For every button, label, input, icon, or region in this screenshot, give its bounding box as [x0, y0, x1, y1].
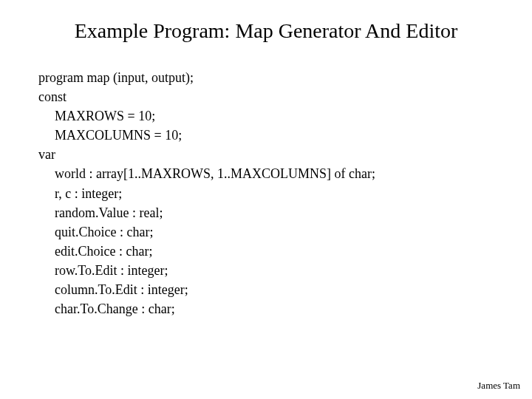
- code-line: MAXROWS = 10;: [38, 106, 497, 126]
- code-line: var: [38, 145, 497, 164]
- code-line: edit.Choice : char;: [38, 242, 497, 261]
- code-line: r, c : integer;: [38, 184, 497, 203]
- code-line: program map (input, output);: [38, 68, 497, 87]
- code-line: world : array[1..MAXROWS, 1..MAXCOLUMNS]…: [38, 164, 497, 183]
- page-title: Example Program: Map Generator And Edito…: [0, 19, 532, 43]
- code-line: row.To.Edit : integer;: [38, 261, 497, 280]
- code-line: column.To.Edit : integer;: [38, 280, 497, 299]
- code-line: random.Value : real;: [38, 203, 497, 222]
- code-line: quit.Choice : char;: [38, 222, 497, 242]
- footer-author: James Tam: [477, 380, 520, 392]
- code-line: const: [38, 87, 497, 106]
- code-block: program map (input, output); const MAXRO…: [38, 68, 497, 318]
- slide: Example Program: Map Generator And Edito…: [0, 0, 532, 399]
- code-line: char.To.Change : char;: [38, 299, 497, 318]
- code-line: MAXCOLUMNS = 10;: [38, 126, 497, 145]
